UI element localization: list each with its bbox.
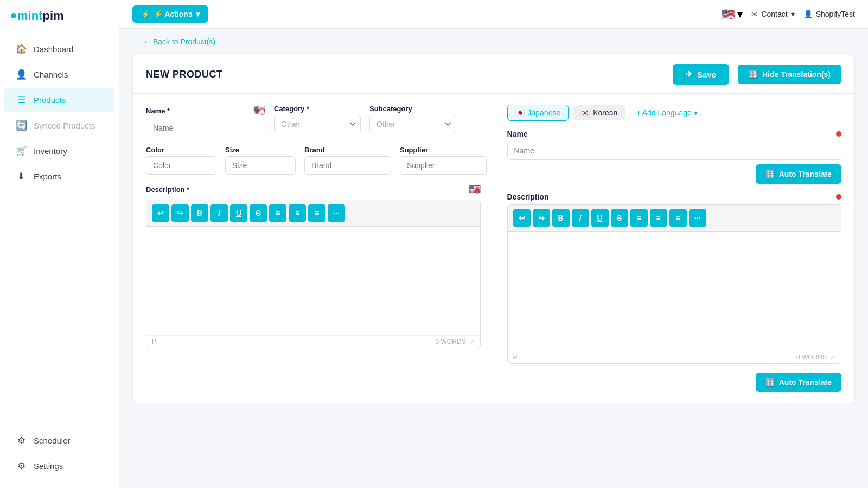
toolbar-redo[interactable]: ↪ xyxy=(171,204,189,222)
size-field-group: Size xyxy=(225,146,296,175)
auto-translate-name-button[interactable]: 🔡 Auto Translate xyxy=(756,164,841,184)
size-input[interactable] xyxy=(225,156,296,175)
korean-flag: 🇰🇷 xyxy=(580,108,590,117)
product-form-card: NEW PRODUCT ✈ Save 🔡 Hide Translation(s) xyxy=(132,55,855,403)
add-language-dropdown-icon: ▾ xyxy=(694,108,698,117)
category-select[interactable]: Other xyxy=(274,115,361,133)
subcategory-field-group: Subcategory Other xyxy=(369,105,456,133)
trans-toolbar-redo[interactable]: ↪ xyxy=(533,209,550,227)
japanese-flag: 🇯🇵 xyxy=(515,108,525,117)
trans-editor-body[interactable] xyxy=(508,232,841,351)
description-section: Description * 🇺🇸 ↩ ↪ B I U S ≡ xyxy=(146,183,481,348)
editor-footer: P 0 WORDS ⤢ xyxy=(146,335,480,348)
trans-toolbar-align-center[interactable]: ≡ xyxy=(650,209,667,227)
toolbar-align-left[interactable]: ≡ xyxy=(269,204,286,222)
toolbar-more[interactable]: ··· xyxy=(328,204,345,222)
sidebar-item-label: Scheduler xyxy=(34,436,71,445)
trans-resize-handle[interactable]: ⤢ xyxy=(830,354,835,361)
auto-translate-description-button[interactable]: 🔡 Auto Translate xyxy=(756,373,841,392)
back-icon: ← xyxy=(132,37,140,46)
toolbar-undo[interactable]: ↩ xyxy=(152,204,169,222)
sidebar-item-products[interactable]: ☰ Products xyxy=(4,88,114,112)
toolbar-italic[interactable]: I xyxy=(210,204,228,222)
products-icon: ☰ xyxy=(15,94,27,106)
lang-tab-korean[interactable]: 🇰🇷 Korean xyxy=(573,105,625,120)
topbar-right: 🇺🇸 ▾ ✉ Contact ▾ 👤 ShopifyTest xyxy=(722,8,855,21)
logo-pim: pim xyxy=(42,9,63,22)
toolbar-underline[interactable]: U xyxy=(230,204,247,222)
hide-translation-icon: 🔡 xyxy=(749,70,758,79)
trans-toolbar-undo[interactable]: ↩ xyxy=(513,209,531,227)
sidebar-item-dashboard[interactable]: 🏠 Dashboard xyxy=(4,37,114,61)
user-icon: 👤 xyxy=(803,10,813,18)
subcategory-select[interactable]: Other xyxy=(369,115,456,133)
japanese-label: Japanese xyxy=(528,108,561,117)
resize-handle[interactable]: ⤢ xyxy=(469,338,475,345)
supplier-label: Supplier xyxy=(400,146,487,154)
toolbar-bold[interactable]: B xyxy=(191,204,208,222)
contact-label: Contact xyxy=(761,10,787,18)
trans-toolbar-align-left[interactable]: ≡ xyxy=(630,209,648,227)
description-editor: ↩ ↪ B I U S ≡ ≡ ≡ ··· xyxy=(146,200,481,348)
form-top-row: NEW PRODUCT ✈ Save 🔡 Hide Translation(s) xyxy=(133,55,854,94)
trans-name-input[interactable] xyxy=(507,142,842,160)
supplier-input[interactable] xyxy=(400,156,487,175)
flag-emoji: 🇺🇸 xyxy=(722,8,735,21)
exports-icon: ⬇ xyxy=(15,171,27,182)
trans-description-editor: ↩ ↪ B I U S ≡ ≡ ≡ ··· xyxy=(507,204,842,364)
sidebar-item-exports[interactable]: ⬇ Exports xyxy=(4,164,114,189)
auto-translate-desc-label: Auto Translate xyxy=(779,378,832,387)
category-field-group: Category * Other xyxy=(274,105,361,133)
add-language-button[interactable]: + Add Language ▾ xyxy=(629,105,704,120)
contact-dropdown-icon: ▾ xyxy=(791,10,795,18)
editor-toolbar: ↩ ↪ B I U S ≡ ≡ ≡ ··· xyxy=(146,200,480,227)
save-button[interactable]: ✈ Save xyxy=(673,64,729,85)
color-input[interactable] xyxy=(146,156,216,175)
brand-input[interactable] xyxy=(304,156,391,175)
toolbar-strikethrough[interactable]: S xyxy=(250,204,267,222)
editor-words-label: 0 WORDS xyxy=(435,338,465,345)
product-title: NEW PRODUCT xyxy=(146,69,223,80)
auto-translate-name-label: Auto Translate xyxy=(779,170,832,178)
sidebar-item-label: Inventory xyxy=(34,146,67,156)
actions-dropdown-icon: ▾ xyxy=(196,10,200,18)
trans-toolbar-italic[interactable]: I xyxy=(572,209,589,227)
color-size-brand-row: Color Size Brand Supplier xyxy=(146,146,481,175)
actions-label: ⚡ Actions xyxy=(154,10,193,18)
contact-menu[interactable]: ✉ Contact ▾ xyxy=(751,10,794,18)
save-label: Save xyxy=(697,70,716,79)
sidebar-item-channels[interactable]: 👤 Channels xyxy=(4,62,114,87)
trans-editor-toolbar: ↩ ↪ B I U S ≡ ≡ ≡ ··· xyxy=(508,205,841,232)
flag-dropdown-icon: ▾ xyxy=(737,8,743,21)
auto-translate-desc-icon: 🔡 xyxy=(765,378,775,387)
trans-editor-p-label: P xyxy=(513,354,518,361)
back-link[interactable]: ← ← Back to Product(s) xyxy=(132,37,855,46)
lang-tab-japanese[interactable]: 🇯🇵 Japanese xyxy=(507,105,569,121)
trans-toolbar-more[interactable]: ··· xyxy=(689,209,706,227)
trans-toolbar-strikethrough[interactable]: S xyxy=(611,209,628,227)
name-input[interactable] xyxy=(146,119,265,137)
auto-translate-name-icon: 🔡 xyxy=(765,170,775,178)
sidebar-item-label: Settings xyxy=(34,461,63,471)
color-label: Color xyxy=(146,146,216,154)
trans-toolbar-underline[interactable]: U xyxy=(591,209,609,227)
send-icon: ✈ xyxy=(686,69,693,79)
flag-selector[interactable]: 🇺🇸 ▾ xyxy=(722,8,743,21)
editor-body[interactable] xyxy=(146,227,480,335)
dashboard-icon: 🏠 xyxy=(15,43,27,55)
logo-mint: mint xyxy=(17,9,42,22)
sidebar-item-inventory[interactable]: 🛒 Inventory xyxy=(4,139,114,163)
mail-icon: ✉ xyxy=(751,10,758,18)
actions-button[interactable]: ⚡ ⚡ Actions ▾ xyxy=(132,5,208,23)
sidebar-item-label: Channels xyxy=(34,70,68,79)
trans-toolbar-bold[interactable]: B xyxy=(552,209,570,227)
toolbar-align-right[interactable]: ≡ xyxy=(308,204,326,222)
sidebar-item-scheduler[interactable]: ⚙ Scheduler xyxy=(4,428,114,453)
hide-translation-button[interactable]: 🔡 Hide Translation(s) xyxy=(738,65,841,84)
trans-toolbar-align-right[interactable]: ≡ xyxy=(669,209,687,227)
sidebar-item-settings[interactable]: ⚙ Settings xyxy=(4,454,114,478)
content: ← ← Back to Product(s) NEW PRODUCT ✈ Sav… xyxy=(119,29,868,488)
user-menu[interactable]: 👤 ShopifyTest xyxy=(803,10,855,18)
toolbar-align-center[interactable]: ≡ xyxy=(289,204,306,222)
category-label: Category * xyxy=(274,105,361,113)
